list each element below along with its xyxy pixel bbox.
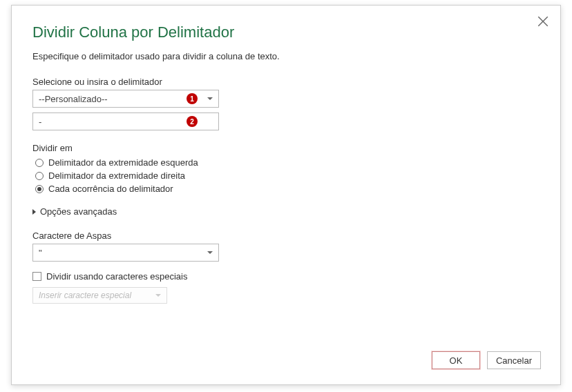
radio-leftmost-delimiter[interactable]: Delimitador da extremidade esquerda (35, 157, 540, 168)
chevron-down-icon (207, 97, 213, 100)
chevron-down-icon (155, 294, 161, 297)
annotation-badge-2: 2 (187, 116, 198, 127)
split-column-dialog: Dividir Coluna por Delimitador Especifiq… (11, 5, 561, 385)
advanced-options-label: Opções avançadas (40, 206, 117, 217)
chevron-right-icon (32, 209, 36, 215)
special-chars-checkbox[interactable]: Dividir usando caracteres especiais (32, 271, 540, 282)
radio-label: Cada ocorrência do delimitador (48, 184, 173, 194)
radio-rightmost-delimiter[interactable]: Delimitador da extremidade direita (35, 170, 540, 181)
quote-char-value: " (39, 248, 42, 258)
annotation-badge-1: 1 (187, 93, 198, 104)
cancel-button[interactable]: Cancelar (487, 351, 541, 369)
special-chars-label: Dividir usando caracteres especiais (46, 271, 187, 282)
insert-special-char-label: Inserir caractere especial (39, 291, 131, 300)
radio-each-occurrence[interactable]: Cada ocorrência do delimitador (35, 184, 540, 194)
custom-delimiter-input[interactable]: - 2 (32, 112, 219, 130)
radio-label: Delimitador da extremidade esquerda (48, 157, 198, 168)
delimiter-select[interactable]: --Personalizado-- 1 (32, 90, 219, 108)
radio-label: Delimitador da extremidade direita (48, 170, 185, 181)
advanced-options-expander[interactable]: Opções avançadas (32, 206, 540, 217)
close-button[interactable] (537, 15, 549, 28)
dialog-subtitle: Especifique o delimitador usado para div… (32, 51, 540, 61)
split-at-radio-group: Delimitador da extremidade esquerda Deli… (32, 157, 540, 194)
checkbox-icon (32, 272, 41, 281)
cancel-button-label: Cancelar (496, 355, 532, 366)
close-icon (537, 15, 549, 28)
quote-char-select[interactable]: " (32, 244, 219, 262)
insert-special-char-select: Inserir caractere especial (32, 287, 167, 304)
ok-button[interactable]: OK (432, 351, 480, 369)
delimiter-select-value: --Personalizado-- (39, 94, 108, 104)
radio-icon-checked (35, 185, 44, 193)
chevron-down-icon (207, 251, 213, 254)
split-at-label: Dividir em (32, 143, 540, 153)
dialog-title: Dividir Coluna por Delimitador (32, 23, 540, 41)
radio-icon (35, 159, 44, 167)
radio-icon (35, 172, 44, 180)
ok-button-label: OK (450, 355, 463, 366)
dialog-button-row: OK Cancelar (432, 351, 541, 369)
custom-delimiter-value: - (39, 117, 41, 127)
quote-char-label: Caractere de Aspas (32, 231, 540, 241)
delimiter-label: Selecione ou insira o delimitador (32, 77, 540, 87)
